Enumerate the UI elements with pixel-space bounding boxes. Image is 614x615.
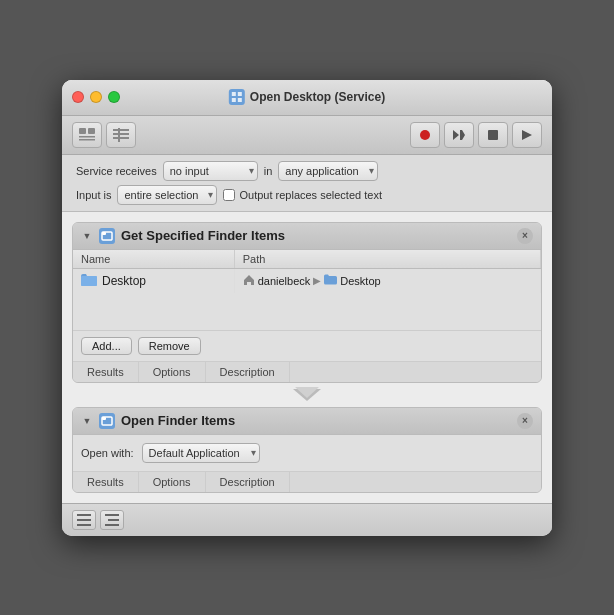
main-content: ▼ Get Specified Finder Items × Name Path bbox=[62, 212, 552, 503]
path-separator: ▶ bbox=[313, 275, 321, 286]
layout-grid-button[interactable] bbox=[106, 122, 136, 148]
window-icon bbox=[229, 89, 245, 105]
connector-arrow bbox=[293, 389, 321, 401]
svg-rect-5 bbox=[88, 128, 95, 134]
open-with-label: Open with: bbox=[81, 447, 134, 459]
finder-items-table: Name Path bbox=[73, 250, 541, 293]
close-button[interactable] bbox=[72, 91, 84, 103]
svg-rect-14 bbox=[460, 130, 462, 140]
open-with-select[interactable]: Default Application Finder TextEdit bbox=[142, 443, 260, 463]
main-window: Open Desktop (Service) bbox=[62, 80, 552, 536]
block2-options-tab[interactable]: Options bbox=[139, 472, 206, 492]
block2-icon bbox=[99, 413, 115, 429]
titlebar: Open Desktop (Service) bbox=[62, 80, 552, 116]
path-folder: Desktop bbox=[340, 275, 380, 287]
svg-rect-2 bbox=[232, 98, 236, 102]
svg-rect-9 bbox=[113, 133, 129, 135]
svg-rect-25 bbox=[77, 524, 91, 526]
path-home: danielbeck bbox=[258, 275, 311, 287]
name-cell: Desktop bbox=[73, 268, 234, 293]
svg-marker-17 bbox=[522, 130, 532, 140]
svg-marker-13 bbox=[453, 130, 459, 140]
block1-results-tab[interactable]: Results bbox=[73, 362, 139, 382]
input-select-wrap: entire selection any selection bbox=[117, 185, 217, 205]
block2-results-tab[interactable]: Results bbox=[73, 472, 139, 492]
path-folder-icon bbox=[324, 274, 337, 287]
get-finder-items-header: ▼ Get Specified Finder Items × bbox=[73, 223, 541, 250]
svg-rect-1 bbox=[238, 92, 242, 96]
block1-tabs: Results Options Description bbox=[73, 361, 541, 382]
open-with-select-wrap: Default Application Finder TextEdit bbox=[142, 443, 260, 463]
receives-label: Service receives bbox=[76, 165, 157, 177]
svg-rect-0 bbox=[232, 92, 236, 96]
svg-rect-26 bbox=[105, 514, 119, 516]
record-button[interactable] bbox=[410, 122, 440, 148]
indent-view-button[interactable] bbox=[100, 510, 124, 530]
block1-icon bbox=[99, 228, 115, 244]
svg-rect-6 bbox=[79, 136, 95, 138]
block2-description-tab[interactable]: Description bbox=[206, 472, 290, 492]
path-column-header: Path bbox=[234, 250, 540, 269]
bottom-toolbar bbox=[62, 503, 552, 536]
remove-button[interactable]: Remove bbox=[138, 337, 201, 355]
layout-list-button[interactable] bbox=[72, 122, 102, 148]
service-settings: Service receives no input files or folde… bbox=[62, 155, 552, 212]
output-replaces-wrap: Output replaces selected text bbox=[223, 189, 381, 201]
layout-buttons bbox=[72, 122, 136, 148]
block2-title: Open Finder Items bbox=[121, 413, 511, 428]
item-name: Desktop bbox=[102, 274, 146, 288]
svg-rect-27 bbox=[108, 519, 119, 521]
block1-title: Get Specified Finder Items bbox=[121, 228, 511, 243]
window-title: Open Desktop (Service) bbox=[229, 89, 385, 105]
output-replaces-label: Output replaces selected text bbox=[239, 189, 381, 201]
svg-rect-23 bbox=[77, 514, 91, 516]
maximize-button[interactable] bbox=[108, 91, 120, 103]
minimize-button[interactable] bbox=[90, 91, 102, 103]
open-with-row: Open with: Default Application Finder Te… bbox=[73, 435, 541, 471]
in-select[interactable]: any application bbox=[278, 161, 378, 181]
svg-rect-8 bbox=[113, 129, 129, 131]
name-column-header: Name bbox=[73, 250, 234, 269]
svg-rect-7 bbox=[79, 139, 95, 141]
svg-rect-19 bbox=[102, 232, 106, 235]
traffic-lights bbox=[72, 91, 120, 103]
block1-options-tab[interactable]: Options bbox=[139, 362, 206, 382]
path-cell: danielbeck ▶ Desktop bbox=[234, 268, 540, 293]
receives-select[interactable]: no input files or folders text bbox=[163, 161, 258, 181]
svg-marker-15 bbox=[462, 130, 465, 140]
table-row[interactable]: Desktop danielb bbox=[73, 268, 541, 293]
svg-rect-4 bbox=[79, 128, 86, 134]
svg-rect-24 bbox=[77, 519, 91, 521]
svg-rect-11 bbox=[118, 128, 120, 142]
svg-rect-28 bbox=[105, 524, 119, 526]
block1-description-tab[interactable]: Description bbox=[206, 362, 290, 382]
block1-collapse-button[interactable]: ▼ bbox=[81, 230, 93, 242]
in-label: in bbox=[264, 165, 273, 177]
skip-button[interactable] bbox=[444, 122, 474, 148]
get-finder-items-block: ▼ Get Specified Finder Items × Name Path bbox=[72, 222, 542, 383]
in-select-wrap: any application bbox=[278, 161, 378, 181]
block1-close-button[interactable]: × bbox=[517, 228, 533, 244]
svg-rect-3 bbox=[238, 98, 242, 102]
receives-select-wrap: no input files or folders text bbox=[163, 161, 258, 181]
svg-rect-22 bbox=[102, 417, 106, 420]
list-view-button[interactable] bbox=[72, 510, 96, 530]
output-replaces-checkbox[interactable] bbox=[223, 189, 235, 201]
open-finder-items-header: ▼ Open Finder Items × bbox=[73, 408, 541, 435]
transport-buttons bbox=[410, 122, 542, 148]
home-icon bbox=[243, 274, 255, 288]
play-button[interactable] bbox=[512, 122, 542, 148]
connector bbox=[72, 389, 542, 401]
block2-close-button[interactable]: × bbox=[517, 413, 533, 429]
service-receives-row: Service receives no input files or folde… bbox=[76, 161, 538, 181]
stop-button[interactable] bbox=[478, 122, 508, 148]
folder-icon bbox=[81, 273, 97, 289]
input-is-row: Input is entire selection any selection … bbox=[76, 185, 538, 205]
svg-rect-16 bbox=[488, 130, 498, 140]
open-finder-items-block: ▼ Open Finder Items × Open with: Default… bbox=[72, 407, 542, 493]
svg-rect-20 bbox=[81, 276, 97, 286]
add-button[interactable]: Add... bbox=[81, 337, 132, 355]
block2-tabs: Results Options Description bbox=[73, 471, 541, 492]
input-select[interactable]: entire selection any selection bbox=[117, 185, 217, 205]
block2-collapse-button[interactable]: ▼ bbox=[81, 415, 93, 427]
